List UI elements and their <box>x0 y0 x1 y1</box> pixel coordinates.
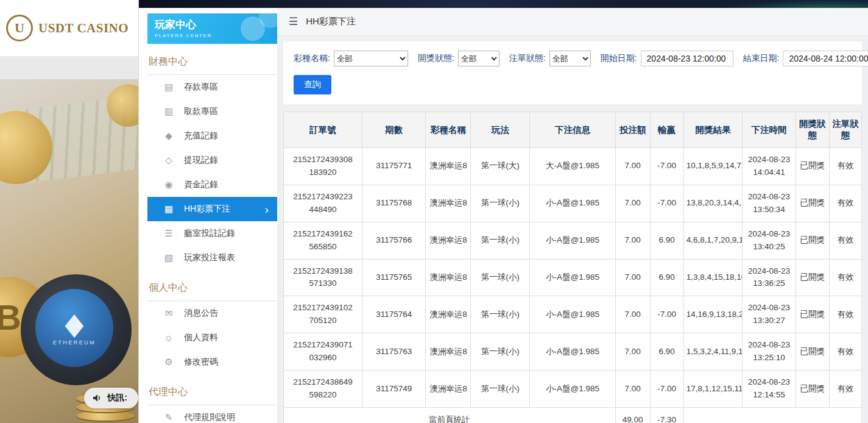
table-cell: 2152172439071032960 <box>284 333 362 371</box>
table-cell: 13,8,20,3,14,4,17,15 <box>683 185 743 222</box>
column-header: 投注額 <box>615 112 650 148</box>
page-header: ☰ HH彩票下注 <box>277 8 868 36</box>
recharge-record-icon: ◆ <box>163 130 174 141</box>
table-cell: 已開獎 <box>796 185 829 222</box>
column-header: 開獎結果 <box>683 112 743 148</box>
order-status-select[interactable]: 全部 <box>549 51 591 66</box>
filter-row: 彩種名稱: 全部 開獎狀態: 全部 <box>294 51 852 66</box>
table-row: 215217243916256585031175766澳洲幸运8第一球(小)小-… <box>284 222 862 259</box>
sidebar: 玩家中心 PLAYERS CENTER 財務中心▤存款專區▥取款專區◆充值記錄◇… <box>139 8 277 423</box>
ethereum-diamond-icon: ◆ <box>65 308 84 338</box>
table-row: 215217243930818392031175771澳洲幸运8第一球(大)大-… <box>284 148 862 185</box>
sidebar-item-label: 提現記錄 <box>184 155 218 166</box>
right-column: 玩家中心 PLAYERS CENTER 財務中心▤存款專區▥取款專區◆充值記錄◇… <box>139 0 868 423</box>
sidebar-item-label: 充值記錄 <box>184 130 218 141</box>
table-cell: 2152172439162565850 <box>284 222 362 259</box>
table-cell: 31175764 <box>362 296 426 333</box>
sidebar-item-withdraw[interactable]: ▥取款專區 <box>147 99 277 124</box>
summary-row: 當前頁統計49.00-7.30 <box>284 407 862 423</box>
usdt-casino-logo-icon: U <box>6 15 33 41</box>
table-cell: 31175765 <box>362 259 426 296</box>
table-cell: 澳洲幸运8 <box>426 259 471 296</box>
sidebar-item-label: 存款專區 <box>184 82 218 93</box>
table-body: 215217243930818392031175771澳洲幸运8第一球(大)大-… <box>284 148 862 423</box>
lottery-select[interactable]: 全部 <box>334 51 408 66</box>
withdraw-icon: ▥ <box>163 106 174 117</box>
table-cell: 小-A盤@1.985 <box>530 222 615 259</box>
agent-rules-icon: ✎ <box>163 412 174 423</box>
sidebar-item-label: 消息公告 <box>184 308 218 319</box>
profile-icon: ☺ <box>163 333 174 343</box>
sidebar-item-label: 代理規則說明 <box>184 412 235 423</box>
table-row: 215217243922344849031175768澳洲幸运8第一球(小)小-… <box>284 185 862 222</box>
news-ticker[interactable]: 快訊: <box>84 388 138 408</box>
end-date-label: 結束日期: <box>743 53 780 64</box>
table-cell: 2024-08-23 12:14:55 <box>743 371 796 408</box>
draw-status-select[interactable]: 全部 <box>458 51 499 66</box>
start-date-label: 開始日期: <box>601 53 637 64</box>
sidebar-item-label: 取款專區 <box>184 106 218 117</box>
end-date-input[interactable] <box>783 51 868 66</box>
table-cell: 31175771 <box>362 148 426 185</box>
menu-toggle-icon[interactable]: ☰ <box>289 15 298 28</box>
table-cell: 澳洲幸运8 <box>426 371 471 408</box>
table-cell: 1,3,8,4,15,18,10,6 <box>683 259 743 296</box>
sidebar-item-withdrawal-record[interactable]: ◇提現記錄 <box>147 148 277 172</box>
table-cell: 大-A盤@1.985 <box>530 148 615 185</box>
password-icon: ⚙ <box>163 357 174 368</box>
column-header: 下注時間 <box>743 112 796 148</box>
sidebar-item-label: 個人資料 <box>184 332 218 343</box>
sidebar-item-lottery-bets[interactable]: ▦HH彩票下注› <box>147 197 277 221</box>
filter-panel: 彩種名稱: 全部 開獎狀態: 全部 <box>283 41 862 104</box>
sidebar-item-deposit[interactable]: ▤存款專區 <box>147 75 277 99</box>
body-row: 玩家中心 PLAYERS CENTER 財務中心▤存款專區▥取款專區◆充值記錄◇… <box>139 8 868 423</box>
sidebar-section-header: 個人中心 <box>147 278 277 301</box>
order-status-label: 注單狀態: <box>509 53 546 64</box>
sidebar-item-bet-report[interactable]: ▧玩家投注報表 <box>147 246 277 270</box>
lottery-bets-icon: ▦ <box>163 204 174 215</box>
column-header: 訂單號 <box>284 112 362 148</box>
bet-report-icon: ▧ <box>163 252 174 263</box>
table-header: 訂單號期數彩種名稱玩法下注信息投注額輸贏開獎結果下注時間開獎狀態注單狀態 <box>284 112 862 148</box>
sidebar-item-room-bets-record[interactable]: ☰廳室投註記錄 <box>147 221 277 246</box>
table-cell: 7.00 <box>615 148 650 185</box>
page-title: HH彩票下注 <box>306 16 356 27</box>
query-button[interactable]: 查詢 <box>294 75 331 94</box>
ethereum-label: ETHEREUM <box>53 339 96 346</box>
sidebar-item-announcement[interactable]: ✉消息公告 <box>147 301 277 325</box>
table-cell: 7.00 <box>615 371 650 408</box>
column-header: 玩法 <box>471 112 530 148</box>
sidebar-menu: 財務中心▤存款專區▥取款專區◆充值記錄◇提現記錄◉資金記錄▦HH彩票下注›☰廳室… <box>147 52 277 423</box>
table-header-row: 訂單號期數彩種名稱玩法下注信息投注額輸贏開獎結果下注時間開獎狀態注單狀態 <box>284 112 862 148</box>
start-date-input[interactable] <box>641 51 733 66</box>
app-root: U USDT CASINO B ◆ ETHEREUM 快訊: <box>0 0 868 423</box>
ethereum-coin-icon: ◆ ETHEREUM <box>35 289 113 367</box>
table-cell: 6.90 <box>650 333 683 371</box>
table-cell: 6.90 <box>650 259 683 296</box>
sidebar-item-agent-rules[interactable]: ✎代理規則說明 <box>147 405 277 423</box>
sidebar-item-profile[interactable]: ☺個人資料 <box>147 325 277 350</box>
table-cell: 2152172439308183920 <box>284 148 362 185</box>
table-cell: -7.00 <box>650 185 683 222</box>
table-cell: 小-A盤@1.985 <box>530 185 615 222</box>
bets-table: 訂單號期數彩種名稱玩法下注信息投注額輸贏開獎結果下注時間開獎狀態注單狀態 215… <box>283 112 862 423</box>
content: 彩種名稱: 全部 開獎狀態: 全部 <box>277 36 868 423</box>
sidebar-section-header: 代理中心 <box>147 382 277 405</box>
ticker-label: 快訊: <box>107 393 127 403</box>
column-header: 期數 <box>362 112 426 148</box>
table-cell: 2024-08-23 13:25:10 <box>743 333 796 371</box>
summary-cell: 49.00 <box>615 407 650 423</box>
table-cell: 2152172439138571330 <box>284 259 362 296</box>
table-cell: 小-A盤@1.985 <box>530 296 615 333</box>
table-cell: 6.90 <box>650 222 683 259</box>
top-banner <box>139 0 868 8</box>
table-cell: 2024-08-23 13:36:25 <box>743 259 796 296</box>
sidebar-item-password[interactable]: ⚙修改密碼 <box>147 350 277 374</box>
table-cell: 31175749 <box>362 371 426 408</box>
table-cell: 2152172439102705120 <box>284 296 362 333</box>
column-header: 開獎狀態 <box>796 112 829 148</box>
sidebar-item-recharge-record[interactable]: ◆充值記錄 <box>147 124 277 148</box>
table-cell: 第一球(小) <box>471 259 530 296</box>
sidebar-item-funds-record[interactable]: ◉資金記錄 <box>147 172 277 197</box>
brand-name: USDT CASINO <box>38 21 129 36</box>
